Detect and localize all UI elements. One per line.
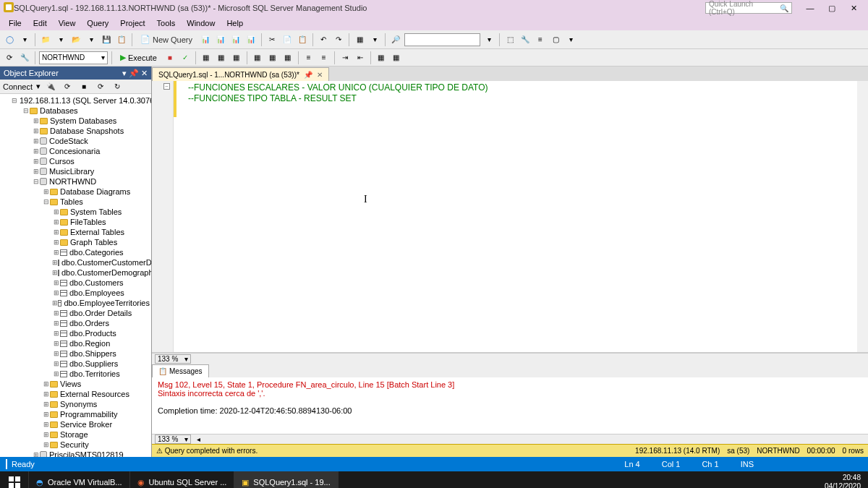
tool-icon[interactable]: ▦ [375,51,388,64]
dropdown-icon[interactable]: ▾ [564,33,577,46]
execute-button[interactable]: ▶ Execute [116,51,161,64]
forward-dropdown-icon[interactable]: ▾ [18,33,31,46]
menu-help[interactable]: Help [221,17,248,29]
table-node[interactable]: dbo.Employees [69,288,124,298]
tree-item[interactable]: Tables [60,197,83,207]
query-type-icon[interactable]: 📊 [199,33,212,46]
zoom-selector[interactable]: 133 %▾ [155,354,191,364]
tree-item[interactable]: External Resources [60,389,129,399]
table-node[interactable]: dbo.Territories [69,369,120,379]
minimize-button[interactable]: — [799,1,821,14]
tree-item[interactable]: Database Diagrams [60,187,130,197]
dropdown-icon[interactable]: ▾ [85,33,98,46]
tool-icon[interactable]: ≡ [534,33,547,46]
outdent-icon[interactable]: ⇤ [354,51,367,64]
search-combo[interactable] [404,33,480,46]
filter-icon[interactable]: ⟳ [94,80,107,93]
stop-icon[interactable]: ■ [163,51,176,64]
query-type-icon[interactable]: 📊 [244,33,258,46]
tool-icon[interactable]: ⟳ [3,51,16,64]
tree-item[interactable]: Service Broker [60,419,112,429]
tree-item[interactable]: FileTables [70,217,106,227]
table-node[interactable]: dbo.Order Details [69,308,132,318]
tool-icon[interactable]: ▢ [549,33,562,46]
tree-item[interactable]: Database Snapshots [50,126,124,136]
tree-item[interactable]: Security [60,440,89,450]
db-node[interactable]: Cursos [49,156,75,166]
open-icon[interactable]: 📂 [69,33,82,46]
pin-icon[interactable]: ▾ 📌 [122,69,139,77]
menu-query[interactable]: Query [82,17,114,29]
plan-icon[interactable]: ▦ [215,51,228,64]
grid-icon[interactable]: ▦ [353,33,366,46]
menu-tools[interactable]: Tools [152,17,181,29]
query-type-icon[interactable]: 📊 [229,33,242,46]
table-node[interactable]: dbo.Customers [69,278,124,288]
taskbar-item[interactable]: ◓ Oracle VM VirtualB... [29,471,130,488]
messages-output[interactable]: Msg 102, Level 15, State 1, Procedure FN… [152,377,868,434]
save-all-icon[interactable]: 📋 [115,33,128,46]
results-icon[interactable]: ▦ [251,51,264,64]
taskbar-item[interactable]: ▣ SQLQuery1.sql - 19... [234,471,338,488]
plan-icon[interactable]: ▦ [200,51,213,64]
parse-icon[interactable]: ✓ [179,51,192,64]
find-icon[interactable]: 🔎 [389,33,402,46]
paste-icon[interactable]: 📋 [296,33,309,46]
db-node[interactable]: Concesionaria [49,146,100,156]
copy-icon[interactable]: 📄 [281,33,294,46]
table-node[interactable]: dbo.EmployeeTerritories [64,298,150,308]
undo-icon[interactable]: ↶ [317,33,330,46]
comment-icon[interactable]: ≡ [302,51,315,64]
folder-icon[interactable]: 📁 [39,33,52,46]
tree-item[interactable]: Views [60,379,81,389]
object-explorer-tree[interactable]: ⊟192.168.11.13 (SQL Server 14.0.3076.1 -… [0,94,151,457]
close-icon[interactable]: ✕ [141,69,148,77]
dropdown-icon[interactable]: ▾ [54,33,67,46]
tool-icon[interactable]: ⬚ [503,33,516,46]
tree-item[interactable]: System Tables [70,207,122,217]
db-node[interactable]: NORTHWND [49,176,96,187]
uncomment-icon[interactable]: ≡ [318,51,331,64]
tree-item[interactable]: Programmability [60,409,117,419]
menu-file[interactable]: File [4,17,27,29]
table-node[interactable]: dbo.CustomerDemographics [61,267,151,278]
tool-icon[interactable]: 🔧 [519,33,532,46]
new-query-button[interactable]: 📄 New Query [136,33,197,46]
results-icon[interactable]: ▦ [281,51,294,64]
save-icon[interactable]: 💾 [100,33,113,46]
quick-launch-input[interactable]: Quick Launch (Ctrl+Q) 🔍 [705,2,792,14]
table-node[interactable]: dbo.Region [69,338,110,348]
filter-icon[interactable]: ■ [77,80,90,93]
maximize-button[interactable]: ▢ [821,1,843,14]
menu-edit[interactable]: Edit [28,17,52,29]
tab-pin-icon[interactable]: 📌 [304,71,312,79]
connect-button[interactable]: Connect [3,82,33,91]
tree-item[interactable]: System Databases [50,116,116,126]
messages-tab[interactable]: 📋 Messages [152,364,209,377]
tree-item[interactable]: Graph Tables [70,237,117,247]
close-button[interactable]: ✕ [843,1,864,14]
tree-item[interactable]: Storage [60,429,88,440]
table-node[interactable]: dbo.Categories [69,247,124,257]
cut-icon[interactable]: ✂ [265,33,278,46]
databases-node[interactable]: Databases [40,106,78,116]
taskbar-item[interactable]: ◉ Ubuntu SQL Server ... [130,471,235,488]
db-node[interactable]: CodeStack [49,136,88,146]
table-node[interactable]: dbo.Suppliers [69,359,118,369]
tool-icon[interactable]: ▦ [390,51,403,64]
filter-icon[interactable]: 🔌 [44,80,57,93]
tree-item[interactable]: External Tables [70,227,124,237]
filter-icon[interactable]: ⟳ [61,80,74,93]
server-node[interactable]: 192.168.11.13 (SQL Server 14.0.3076.1 - … [20,95,151,106]
results-icon[interactable]: ▦ [266,51,279,64]
query-type-icon[interactable]: 📊 [214,33,227,46]
tool-icon[interactable]: 🔧 [18,51,31,64]
menu-view[interactable]: View [54,17,81,29]
tab-close-icon[interactable]: ✕ [317,71,323,79]
taskbar-clock[interactable]: 20:48 04/12/2020 [817,474,868,488]
table-node[interactable]: dbo.Shippers [69,348,116,359]
table-node[interactable]: dbo.Orders [69,318,109,328]
indent-icon[interactable]: ⇥ [339,51,352,64]
code-editor[interactable]: − --FUNCIONES ESCALARES - VALOR UNICO (C… [152,81,868,353]
db-node[interactable]: MusicLibrary [49,166,94,176]
